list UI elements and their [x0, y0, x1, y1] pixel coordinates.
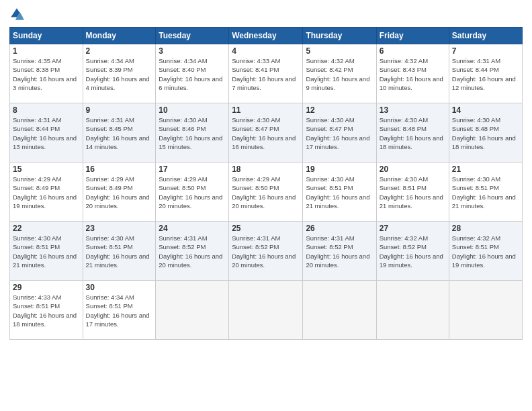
- day-number: 14: [452, 105, 519, 115]
- day-number: 8: [13, 105, 80, 115]
- day-info: Sunrise: 4:29 AMSunset: 8:50 PMDaylight:…: [159, 175, 222, 210]
- calendar-cell: 14 Sunrise: 4:30 AMSunset: 8:48 PMDaylig…: [449, 103, 522, 163]
- logo: [9, 7, 26, 21]
- weekday-header-thursday: Thursday: [303, 28, 376, 44]
- day-number: 20: [380, 165, 446, 174]
- calendar-cell: 13 Sunrise: 4:30 AMSunset: 8:48 PMDaylig…: [376, 103, 449, 163]
- day-info: Sunrise: 4:31 AMSunset: 8:52 PMDaylight:…: [306, 234, 369, 269]
- calendar-cell: 20 Sunrise: 4:30 AMSunset: 8:51 PMDaylig…: [376, 163, 449, 222]
- day-number: 9: [86, 105, 153, 115]
- calendar-cell: 16 Sunrise: 4:29 AMSunset: 8:49 PMDaylig…: [83, 163, 156, 222]
- day-number: 21: [452, 165, 519, 174]
- calendar-cell: 7 Sunrise: 4:31 AMSunset: 8:44 PMDayligh…: [449, 44, 522, 103]
- day-info: Sunrise: 4:31 AMSunset: 8:45 PMDaylight:…: [86, 116, 150, 150]
- day-number: 17: [159, 165, 226, 174]
- day-number: 7: [452, 46, 519, 56]
- weekday-header-saturday: Saturday: [449, 28, 522, 44]
- day-number: 3: [159, 46, 226, 56]
- weekday-header-wednesday: Wednesday: [229, 28, 303, 44]
- day-info: Sunrise: 4:30 AMSunset: 8:51 PMDaylight:…: [13, 234, 77, 269]
- logo-icon: [9, 7, 24, 21]
- calendar-cell: 22 Sunrise: 4:30 AMSunset: 8:51 PMDaylig…: [10, 222, 83, 281]
- day-info: Sunrise: 4:31 AMSunset: 8:52 PMDaylight:…: [159, 234, 222, 269]
- calendar-cell: 6 Sunrise: 4:32 AMSunset: 8:43 PMDayligh…: [376, 44, 449, 103]
- day-info: Sunrise: 4:30 AMSunset: 8:48 PMDaylight:…: [452, 116, 516, 150]
- calendar-week-2: 8 Sunrise: 4:31 AMSunset: 8:44 PMDayligh…: [10, 103, 523, 163]
- calendar-table: SundayMondayTuesdayWednesdayThursdayFrid…: [9, 27, 523, 340]
- weekday-header-monday: Monday: [83, 28, 156, 44]
- weekday-header-friday: Friday: [376, 28, 449, 44]
- calendar-cell: 11 Sunrise: 4:30 AMSunset: 8:47 PMDaylig…: [229, 103, 303, 163]
- day-number: 1: [13, 46, 80, 56]
- calendar-cell: 1 Sunrise: 4:35 AMSunset: 8:38 PMDayligh…: [10, 44, 83, 103]
- calendar-cell: 12 Sunrise: 4:30 AMSunset: 8:47 PMDaylig…: [303, 103, 376, 163]
- day-number: 13: [380, 105, 446, 115]
- day-number: 27: [380, 224, 446, 233]
- day-number: 12: [306, 105, 373, 115]
- calendar-week-3: 15 Sunrise: 4:29 AMSunset: 8:49 PMDaylig…: [10, 163, 523, 222]
- day-number: 26: [306, 224, 373, 233]
- calendar-cell: 2 Sunrise: 4:34 AMSunset: 8:39 PMDayligh…: [83, 44, 156, 103]
- calendar-cell: 15 Sunrise: 4:29 AMSunset: 8:49 PMDaylig…: [10, 163, 83, 222]
- day-number: 19: [306, 165, 373, 174]
- calendar-cell: 27 Sunrise: 4:32 AMSunset: 8:52 PMDaylig…: [376, 222, 449, 281]
- day-number: 2: [86, 46, 153, 56]
- day-info: Sunrise: 4:32 AMSunset: 8:51 PMDaylight:…: [452, 234, 516, 269]
- calendar-cell: 24 Sunrise: 4:31 AMSunset: 8:52 PMDaylig…: [156, 222, 229, 281]
- calendar-cell: [376, 281, 449, 340]
- day-number: 30: [86, 283, 153, 292]
- day-info: Sunrise: 4:30 AMSunset: 8:51 PMDaylight:…: [306, 175, 369, 210]
- calendar-cell: 30 Sunrise: 4:34 AMSunset: 8:51 PMDaylig…: [83, 281, 156, 340]
- day-number: 25: [232, 224, 300, 233]
- day-number: 23: [86, 224, 153, 233]
- day-info: Sunrise: 4:30 AMSunset: 8:51 PMDaylight:…: [452, 175, 516, 210]
- calendar-cell: 17 Sunrise: 4:29 AMSunset: 8:50 PMDaylig…: [156, 163, 229, 222]
- page-header: [9, 7, 523, 21]
- calendar-cell: [229, 281, 303, 340]
- day-number: 22: [13, 224, 80, 233]
- calendar-week-4: 22 Sunrise: 4:30 AMSunset: 8:51 PMDaylig…: [10, 222, 523, 281]
- calendar-cell: 19 Sunrise: 4:30 AMSunset: 8:51 PMDaylig…: [303, 163, 376, 222]
- calendar-cell: 29 Sunrise: 4:33 AMSunset: 8:51 PMDaylig…: [10, 281, 83, 340]
- calendar-cell: 21 Sunrise: 4:30 AMSunset: 8:51 PMDaylig…: [449, 163, 522, 222]
- day-number: 4: [232, 46, 300, 56]
- calendar-cell: 10 Sunrise: 4:30 AMSunset: 8:46 PMDaylig…: [156, 103, 229, 163]
- day-info: Sunrise: 4:35 AMSunset: 8:38 PMDaylight:…: [13, 57, 77, 91]
- day-info: Sunrise: 4:30 AMSunset: 8:51 PMDaylight:…: [86, 234, 150, 269]
- calendar-week-1: 1 Sunrise: 4:35 AMSunset: 8:38 PMDayligh…: [10, 44, 523, 103]
- calendar-cell: [156, 281, 229, 340]
- day-info: Sunrise: 4:33 AMSunset: 8:51 PMDaylight:…: [13, 293, 77, 328]
- day-number: 29: [13, 283, 80, 292]
- day-number: 24: [159, 224, 226, 233]
- day-info: Sunrise: 4:30 AMSunset: 8:48 PMDaylight:…: [380, 116, 443, 150]
- calendar-cell: 9 Sunrise: 4:31 AMSunset: 8:45 PMDayligh…: [83, 103, 156, 163]
- calendar-week-5: 29 Sunrise: 4:33 AMSunset: 8:51 PMDaylig…: [10, 281, 523, 340]
- day-info: Sunrise: 4:33 AMSunset: 8:41 PMDaylight:…: [232, 57, 296, 91]
- calendar-cell: 26 Sunrise: 4:31 AMSunset: 8:52 PMDaylig…: [303, 222, 376, 281]
- day-number: 18: [232, 165, 300, 174]
- day-number: 10: [159, 105, 226, 115]
- day-info: Sunrise: 4:31 AMSunset: 8:44 PMDaylight:…: [452, 57, 516, 91]
- day-info: Sunrise: 4:29 AMSunset: 8:49 PMDaylight:…: [13, 175, 77, 210]
- calendar-cell: 3 Sunrise: 4:34 AMSunset: 8:40 PMDayligh…: [156, 44, 229, 103]
- weekday-header-tuesday: Tuesday: [156, 28, 229, 44]
- day-info: Sunrise: 4:30 AMSunset: 8:47 PMDaylight:…: [306, 116, 369, 150]
- calendar-cell: [449, 281, 522, 340]
- day-info: Sunrise: 4:31 AMSunset: 8:52 PMDaylight:…: [232, 234, 296, 269]
- calendar-cell: 28 Sunrise: 4:32 AMSunset: 8:51 PMDaylig…: [449, 222, 522, 281]
- calendar-cell: 5 Sunrise: 4:32 AMSunset: 8:42 PMDayligh…: [303, 44, 376, 103]
- day-info: Sunrise: 4:31 AMSunset: 8:44 PMDaylight:…: [13, 116, 77, 150]
- calendar-cell: 4 Sunrise: 4:33 AMSunset: 8:41 PMDayligh…: [229, 44, 303, 103]
- day-info: Sunrise: 4:34 AMSunset: 8:39 PMDaylight:…: [86, 57, 150, 91]
- calendar-cell: [303, 281, 376, 340]
- calendar-header-row: SundayMondayTuesdayWednesdayThursdayFrid…: [10, 28, 523, 44]
- day-info: Sunrise: 4:34 AMSunset: 8:40 PMDaylight:…: [159, 57, 222, 91]
- calendar-cell: 25 Sunrise: 4:31 AMSunset: 8:52 PMDaylig…: [229, 222, 303, 281]
- day-info: Sunrise: 4:34 AMSunset: 8:51 PMDaylight:…: [86, 293, 150, 328]
- day-info: Sunrise: 4:30 AMSunset: 8:46 PMDaylight:…: [159, 116, 222, 150]
- day-info: Sunrise: 4:32 AMSunset: 8:52 PMDaylight:…: [380, 234, 443, 269]
- calendar-cell: 23 Sunrise: 4:30 AMSunset: 8:51 PMDaylig…: [83, 222, 156, 281]
- day-info: Sunrise: 4:30 AMSunset: 8:51 PMDaylight:…: [380, 175, 443, 210]
- day-number: 28: [452, 224, 519, 233]
- day-number: 15: [13, 165, 80, 174]
